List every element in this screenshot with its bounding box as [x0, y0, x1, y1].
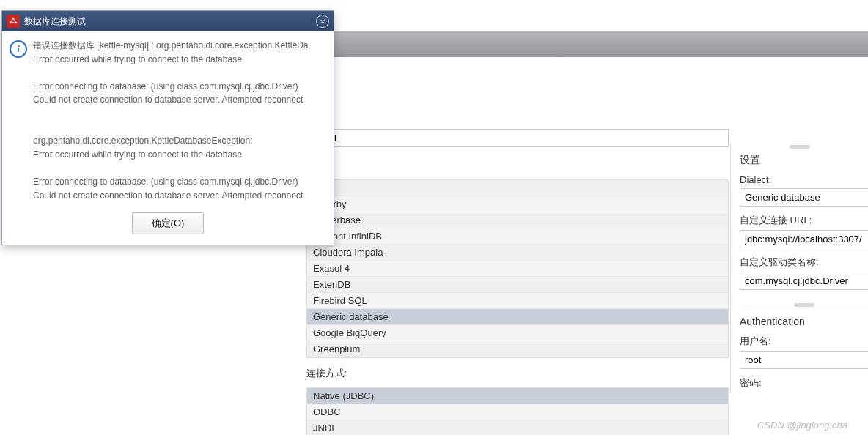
- db-type-option[interactable]: 0: [307, 180, 728, 196]
- password-label: 密码:: [740, 376, 868, 390]
- username-input[interactable]: [740, 351, 868, 369]
- connection-type-label: 型:: [306, 155, 729, 175]
- auth-section: Authentication 用户名: 密码:: [740, 305, 868, 390]
- db-type-option[interactable]: Cloudera Impala: [307, 245, 728, 261]
- db-connection-test-dialog: 数据库连接测试 i 错误连接数据库 [kettle-mysql] : org.p…: [1, 10, 334, 245]
- dialog-message: 错误连接数据库 [kettle-mysql] : org.pentaho.di.…: [33, 39, 309, 202]
- db-type-option[interactable]: Generic database: [307, 309, 728, 325]
- database-type-listbox[interactable]: 0e Derbyd InterbaseCalpont InfiniDBCloud…: [306, 179, 729, 358]
- access-method-listbox[interactable]: Native (JDBC)ODBCJNDI: [306, 387, 729, 435]
- dialect-label: Dialect:: [740, 174, 868, 185]
- dialog-titlebar[interactable]: 数据库连接测试: [2, 11, 334, 31]
- panel-grip-icon[interactable]: [790, 145, 810, 149]
- dialect-input[interactable]: [740, 188, 868, 207]
- driver-class-label: 自定义驱动类名称:: [740, 256, 868, 269]
- access-type-option[interactable]: Native (JDBC): [307, 388, 728, 404]
- custom-url-input[interactable]: [740, 230, 868, 248]
- db-type-option[interactable]: d Interbase: [307, 212, 728, 228]
- pentaho-logo-icon: [7, 15, 20, 28]
- db-type-option[interactable]: e Derby: [307, 196, 728, 212]
- watermark-text: CSDN @jinglong.cha: [757, 420, 847, 431]
- connection-name-input[interactable]: [306, 129, 729, 147]
- access-type-option[interactable]: ODBC: [307, 404, 728, 420]
- username-label: 用户名:: [740, 335, 868, 348]
- close-icon[interactable]: [316, 15, 329, 28]
- dialog-body: i 错误连接数据库 [kettle-mysql] : org.pentaho.d…: [2, 31, 334, 207]
- db-type-option[interactable]: Exasol 4: [307, 261, 728, 277]
- dialog-title: 数据库连接测试: [24, 15, 316, 28]
- auth-title: Authentication: [740, 316, 868, 327]
- access-method-label: 连接方式:: [306, 364, 729, 383]
- db-type-option[interactable]: Calpont InfiniDB: [307, 228, 728, 245]
- settings-panel: 设置 Dialect: 自定义连接 URL: 自定义驱动类名称: Authent…: [730, 144, 868, 393]
- ok-button[interactable]: 确定(O): [132, 212, 205, 234]
- connection-name-label: 尔:: [306, 108, 729, 129]
- driver-class-input[interactable]: [740, 272, 868, 290]
- background-header-strip: [308, 31, 868, 57]
- db-type-option[interactable]: Greenplum: [307, 341, 728, 357]
- connection-type-panel: 尔: 型: 0e Derbyd InterbaseCalpont InfiniD…: [306, 108, 729, 435]
- panel-grip-icon[interactable]: [794, 303, 814, 307]
- dialog-footer: 确定(O): [2, 207, 334, 245]
- settings-title: 设置: [740, 154, 868, 167]
- info-icon: i: [10, 40, 27, 58]
- db-type-option[interactable]: ExtenDB: [307, 277, 728, 293]
- custom-url-label: 自定义连接 URL:: [740, 214, 868, 227]
- db-type-option[interactable]: Google BigQuery: [307, 325, 728, 341]
- access-type-option[interactable]: JNDI: [307, 420, 728, 435]
- db-type-option[interactable]: Firebird SQL: [307, 293, 728, 309]
